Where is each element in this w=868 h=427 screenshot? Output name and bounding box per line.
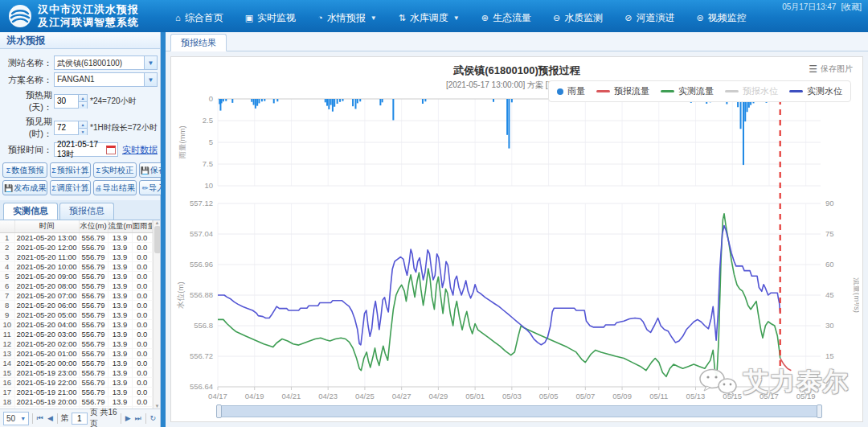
- warmup-note: *24=720小时: [90, 96, 137, 107]
- svg-text:04/29: 04/29: [428, 392, 448, 400]
- prev-page-button[interactable]: ◀: [47, 414, 54, 422]
- nav-reservoir-dispatch[interactable]: ⇅水库调度▼: [399, 11, 460, 25]
- chevron-down-icon[interactable]: ▼: [144, 73, 157, 86]
- realtime-correction-button[interactable]: Σ实时校正: [93, 162, 137, 178]
- dispatch-calc-button-icon: Σ: [51, 184, 56, 192]
- nav-realtime-monitor[interactable]: ▣实时监视: [245, 11, 296, 25]
- numeric-forecast-button[interactable]: Σ数值预报: [2, 162, 47, 178]
- calendar-icon[interactable]: [106, 146, 116, 154]
- save-result-button-icon: 💾: [141, 166, 149, 174]
- tab-observed-info[interactable]: 实测信息: [3, 203, 58, 220]
- svg-text:556.88: 556.88: [190, 290, 213, 299]
- page-suffix: 页 共16页: [90, 407, 117, 427]
- table-row[interactable]: 62021-05-20 08:00556.7913.90.0: [0, 281, 153, 290]
- legend-line-swatch: [661, 90, 674, 92]
- table-row[interactable]: 162021-05-19 22:00556.7913.90.0: [0, 377, 153, 387]
- sidebar-panel-title: 洪水预报: [0, 32, 160, 49]
- forecast-chart-card: 武侯镇(61800100)预报过程 [2021-05-17 13:00:00] …: [170, 56, 863, 422]
- table-row[interactable]: 182021-05-19 20:00556.7913.90.0: [0, 396, 153, 406]
- forecast-calc-button[interactable]: Σ预报计算: [50, 162, 91, 178]
- col-level: 水位(m): [79, 220, 108, 232]
- spinner-arrows-icon[interactable]: ▲▼: [78, 121, 87, 134]
- realtime-data-link[interactable]: 实时数据: [122, 144, 158, 156]
- save-image-button[interactable]: ☰ 保存图片: [809, 64, 853, 75]
- table-row[interactable]: 152021-05-19 23:00556.7913.90.0: [0, 367, 153, 377]
- scroll-up-icon[interactable]: ▲: [155, 220, 160, 225]
- chevron-down-icon: ▼: [453, 14, 460, 22]
- legend-rain[interactable]: 雨量: [557, 85, 585, 97]
- legend-observed-flow[interactable]: 实测流量: [661, 85, 714, 97]
- main-nav: ⌂综合首页▣实时监视◔水情预报▼⇅水库调度▼⊕生态流量⊖水质监测⊘河道演进⊚视频…: [175, 11, 768, 25]
- svg-text:0: 0: [209, 94, 213, 103]
- publish-result-button[interactable]: 💾发布成果: [2, 180, 47, 195]
- col-flow: 流量(m³/s): [108, 220, 132, 232]
- table-row[interactable]: 142021-05-20 00:00556.7913.90.0: [0, 358, 153, 367]
- nav-video-monitor[interactable]: ⊚视频监控: [696, 11, 746, 25]
- last-page-button[interactable]: ⏭: [134, 414, 142, 423]
- warmup-stepper[interactable]: 30 ▲▼: [54, 94, 88, 109]
- page-number-input[interactable]: [72, 413, 88, 425]
- table-scrollbar[interactable]: ▲ ▼: [153, 220, 160, 409]
- nav-water-forecast[interactable]: ◔水情预报▼: [317, 11, 377, 25]
- table-row[interactable]: 172021-05-19 21:00556.7913.90.0: [0, 387, 153, 396]
- station-select[interactable]: 武侯镇(61800100) ▼: [54, 55, 158, 70]
- dispatch-calc-button[interactable]: Σ调度计算: [50, 180, 91, 195]
- svg-text:90: 90: [825, 199, 834, 207]
- forecast-chart[interactable]: 04/1704/1904/2104/2304/2504/2704/2905/01…: [174, 94, 859, 409]
- svg-text:556.64: 556.64: [190, 382, 213, 391]
- nav-home[interactable]: ⌂综合首页: [175, 11, 223, 25]
- svg-text:45: 45: [825, 290, 834, 299]
- svg-text:15: 15: [825, 351, 834, 360]
- legend-dot-swatch: [557, 88, 563, 95]
- page-size-select[interactable]: 50 ▼: [3, 412, 29, 425]
- table-row[interactable]: 102021-05-20 04:00556.7913.90.0: [0, 319, 153, 329]
- legend-forecast-flow[interactable]: 预报流量: [596, 85, 649, 97]
- nav-water-quality[interactable]: ⊖水质监测: [553, 11, 603, 25]
- header-datetime: 05月17日13:47: [782, 2, 836, 13]
- legend-forecast-level[interactable]: 预报水位: [725, 85, 778, 97]
- tab-forecast-info[interactable]: 预报信息: [59, 203, 114, 220]
- datazoom-slider[interactable]: [218, 405, 821, 417]
- table-row[interactable]: 32021-05-20 11:00556.7913.90.0: [0, 252, 153, 261]
- legend-observed-level[interactable]: 实测水位: [789, 85, 842, 97]
- svg-text:05/17: 05/17: [760, 392, 779, 400]
- scroll-thumb[interactable]: [154, 226, 161, 253]
- svg-text:04/21: 04/21: [282, 392, 301, 400]
- station-label: 测站名称：: [2, 57, 52, 69]
- spinner-arrows-icon[interactable]: ▲▼: [78, 95, 87, 108]
- col-time: 时间: [14, 220, 79, 232]
- chevron-down-icon: ▼: [371, 14, 377, 22]
- nav-eco-flow[interactable]: ⊕生态流量: [481, 11, 531, 25]
- first-page-button[interactable]: ⏮: [36, 414, 44, 423]
- table-row[interactable]: 12021-05-20 13:00556.7913.90.0: [0, 232, 153, 242]
- table-row[interactable]: 122021-05-20 02:00556.7913.90.0: [0, 339, 153, 348]
- datazoom-left-handle[interactable]: [216, 404, 222, 418]
- forecast-time-input[interactable]: 2021-05-17 13时: [54, 142, 118, 157]
- datazoom-right-handle[interactable]: [817, 404, 822, 418]
- col-rain: 面雨量(mm: [132, 220, 153, 232]
- lead-stepper[interactable]: 72 ▲▼: [54, 121, 88, 135]
- forecast-calc-button-icon: Σ: [51, 166, 56, 174]
- table-row[interactable]: 52021-05-20 09:00556.7913.90.0: [0, 271, 153, 281]
- svg-text:04/19: 04/19: [245, 392, 264, 400]
- table-row[interactable]: 112021-05-20 03:00556.7913.90.0: [0, 329, 153, 339]
- plan-select[interactable]: FANGAN1 ▼: [54, 72, 158, 87]
- table-row[interactable]: 72021-05-20 07:00556.7913.90.0: [0, 290, 153, 300]
- header-session-link[interactable]: [收藏]: [841, 2, 862, 13]
- forecast-buttons: Σ数值预报Σ预报计算Σ实时校正💾保存结果💾发布成果Σ调度计算🖨导出结果✏导入数据: [0, 161, 160, 200]
- chevron-down-icon[interactable]: ▼: [144, 56, 157, 69]
- table-row[interactable]: 92021-05-20 05:00556.7913.90.0: [0, 310, 153, 319]
- header-clock-area: 05月17日13:47 [收藏]: [782, 2, 862, 13]
- refresh-icon[interactable]: ↻: [149, 414, 157, 422]
- table-row[interactable]: 82021-05-20 06:00556.7913.90.0: [0, 300, 153, 310]
- table-row[interactable]: 42021-05-20 10:00556.7913.90.0: [0, 261, 153, 271]
- svg-text:7.5: 7.5: [203, 159, 213, 168]
- next-page-button[interactable]: ▶: [125, 414, 132, 422]
- table-row[interactable]: 22021-05-20 12:00556.7913.90.0: [0, 242, 153, 252]
- nav-river-evolution[interactable]: ⊘河道演进: [624, 11, 674, 25]
- app-logo: 汉中市汉江洪水预报 及江河联调智慧系统: [0, 3, 170, 28]
- app-title-line2: 及江河联调智慧系统: [38, 16, 139, 29]
- tab-forecast-result[interactable]: 预报结果: [170, 34, 227, 51]
- export-result-button[interactable]: 🖨导出结果: [93, 180, 137, 195]
- table-row[interactable]: 132021-05-20 01:00556.7913.90.0: [0, 348, 153, 358]
